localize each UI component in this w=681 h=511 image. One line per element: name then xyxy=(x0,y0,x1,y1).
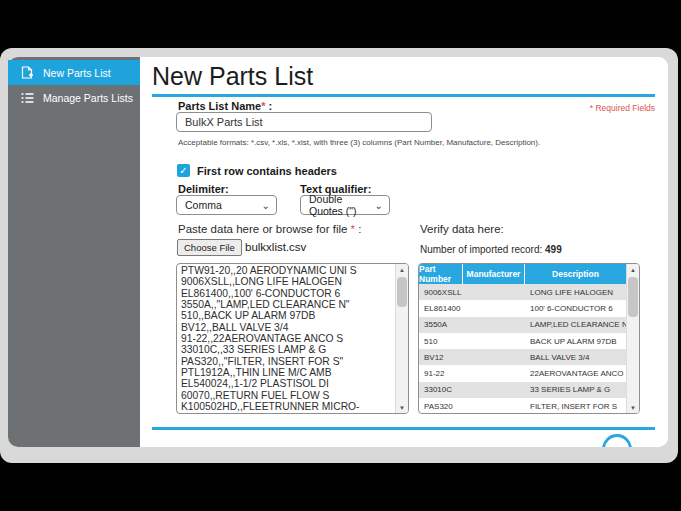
list-icon xyxy=(20,91,34,105)
imported-record-count: Number of imported record: 499 xyxy=(420,244,562,255)
table-cell xyxy=(463,349,525,365)
first-row-headers-checkbox[interactable]: ✓ xyxy=(177,164,190,177)
table-cell xyxy=(463,382,525,398)
check-icon: ✓ xyxy=(179,165,187,176)
table-row[interactable]: BV12BALL VALVE 3/4 xyxy=(419,349,626,365)
table-cell xyxy=(463,365,525,381)
table-row[interactable]: 91-2222AEROVANTAGE ANCO S xyxy=(419,365,626,381)
bottom-divider xyxy=(152,427,655,430)
table-cell: BALL VALVE 3/4 xyxy=(525,349,626,365)
first-row-headers-label: First row contains headers xyxy=(197,165,337,177)
table-cell: 510 xyxy=(419,333,463,349)
formats-note: Acceptable formats: *.csv, *.xls, *.xlst… xyxy=(178,138,540,147)
scroll-down-icon[interactable]: ▼ xyxy=(627,402,639,413)
table-cell: 33 SERIES LAMP & G xyxy=(525,382,626,398)
table-scrollbar-thumb[interactable] xyxy=(628,277,638,317)
table-row[interactable]: 33010C33 SERIES LAMP & G xyxy=(419,382,626,398)
table-cell xyxy=(463,300,525,316)
table-cell: LAMP,LED CLEARANCE N xyxy=(525,317,626,333)
delimiter-selected-value: Comma xyxy=(185,199,222,211)
column-header-description: Description xyxy=(525,264,626,284)
parts-list-name-input[interactable] xyxy=(176,112,432,132)
chosen-file-name: bulkxlist.csv xyxy=(245,241,306,253)
table-cell: 9006XSLL xyxy=(419,284,463,300)
table-cell: 100' 6-CONDUCTOR 6 xyxy=(525,300,626,316)
table-row[interactable]: 3550ALAMP,LED CLEARANCE N xyxy=(419,317,626,333)
chevron-down-icon: ⌄ xyxy=(375,200,383,211)
textarea-scrollbar[interactable]: ▲ ▼ xyxy=(395,264,408,413)
table-cell: 22AEROVANTAGE ANCO S xyxy=(525,365,626,381)
verify-table-header: Part Number Manufacturer Description xyxy=(419,264,626,284)
delimiter-label: Delimiter: xyxy=(178,183,229,195)
scroll-up-icon[interactable]: ▲ xyxy=(627,264,639,275)
help-bubble-button[interactable] xyxy=(602,434,632,447)
verify-table-body: 9006XSLLLONG LIFE HALOGENEL861400100' 6-… xyxy=(419,284,626,414)
qualifier-selected-value: Double Quotes (") xyxy=(309,193,371,217)
table-cell: PAS320 xyxy=(419,398,463,414)
title-divider xyxy=(152,94,655,97)
table-row[interactable]: EL861400100' 6-CONDUCTOR 6 xyxy=(419,300,626,316)
table-cell: EL861400 xyxy=(419,300,463,316)
sidebar: New Parts List Manage Parts Lists xyxy=(8,57,140,447)
delimiter-select[interactable]: Comma ⌄ xyxy=(176,195,277,215)
table-cell: BACK UP ALARM 97DB xyxy=(525,333,626,349)
table-cell: 91-22 xyxy=(419,365,463,381)
sidebar-item-new-parts-list[interactable]: New Parts List xyxy=(8,60,140,85)
scroll-up-icon[interactable]: ▲ xyxy=(396,264,408,275)
textarea-scrollbar-thumb[interactable] xyxy=(397,277,407,307)
verify-data-label: Verify data here: xyxy=(420,223,504,235)
table-cell: BV12 xyxy=(419,349,463,365)
paste-data-text[interactable]: PTW91-20,,20 AERODYNAMIC UNI S 9006XSLL,… xyxy=(177,264,395,413)
table-row[interactable]: PAS320FILTER, INSERT FOR S xyxy=(419,398,626,414)
table-cell xyxy=(463,333,525,349)
sidebar-item-label: New Parts List xyxy=(43,67,111,79)
paste-data-label: Paste data here or browse for file * : xyxy=(178,223,362,235)
app-window-frame: New Parts List Manage Parts Lists New Pa… xyxy=(0,48,678,463)
table-row[interactable]: 510BACK UP ALARM 97DB xyxy=(419,333,626,349)
choose-file-button[interactable]: Choose File xyxy=(177,239,242,256)
table-scrollbar[interactable]: ▲ ▼ xyxy=(626,264,639,413)
document-plus-icon xyxy=(20,66,34,80)
main-content: New Parts List * Required Fields Parts L… xyxy=(140,57,668,447)
parts-list-name-label: Parts List Name* : xyxy=(178,100,272,112)
column-header-manufacturer: Manufacturer xyxy=(463,264,525,284)
table-row[interactable]: 9006XSLLLONG LIFE HALOGEN xyxy=(419,284,626,300)
scroll-down-icon[interactable]: ▼ xyxy=(396,402,408,413)
table-cell xyxy=(463,317,525,333)
page-title: New Parts List xyxy=(152,62,313,91)
table-cell xyxy=(463,398,525,414)
table-cell: 33010C xyxy=(419,382,463,398)
app-window: New Parts List Manage Parts Lists New Pa… xyxy=(8,57,668,447)
text-qualifier-select[interactable]: Double Quotes (") ⌄ xyxy=(300,195,390,215)
table-cell: FILTER, INSERT FOR S xyxy=(525,398,626,414)
table-cell: LONG LIFE HALOGEN xyxy=(525,284,626,300)
verify-table: Part Number Manufacturer Description 900… xyxy=(418,263,640,414)
column-header-part-number: Part Number xyxy=(419,264,463,284)
paste-data-textarea[interactable]: PTW91-20,,20 AERODYNAMIC UNI S 9006XSLL,… xyxy=(176,263,409,414)
sidebar-item-label: Manage Parts Lists xyxy=(43,92,133,104)
table-cell xyxy=(463,284,525,300)
sidebar-item-manage-parts-lists[interactable]: Manage Parts Lists xyxy=(8,85,140,110)
imported-count-value: 499 xyxy=(545,244,562,255)
screen: New Parts List Manage Parts Lists New Pa… xyxy=(0,0,681,511)
required-fields-note: * Required Fields xyxy=(590,103,655,113)
table-cell: 3550A xyxy=(419,317,463,333)
verify-table-main: Part Number Manufacturer Description 900… xyxy=(419,264,626,413)
chevron-down-icon: ⌄ xyxy=(262,200,270,211)
